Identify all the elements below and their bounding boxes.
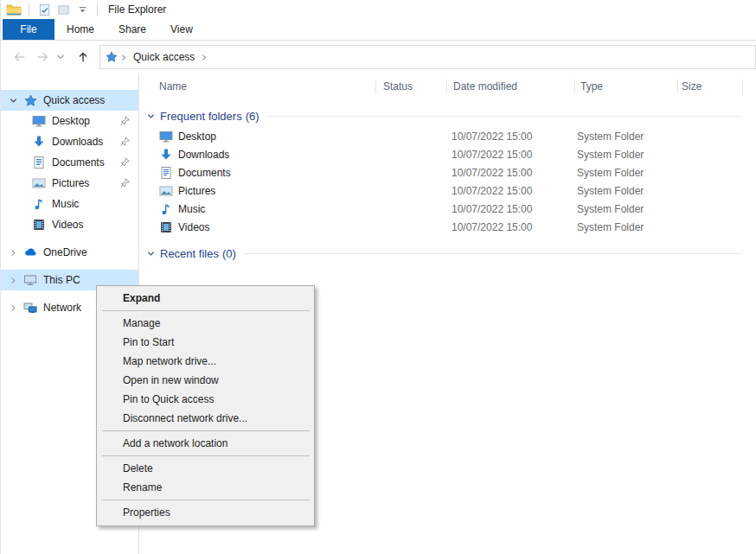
column-divider[interactable] [375,80,376,94]
file-name: Desktop [178,131,216,143]
quick-access-star-icon [23,93,37,107]
file-type: System Folder [577,149,644,161]
column-divider[interactable] [742,80,743,94]
videos-icon [32,218,46,232]
sidebar-item-label: OneDrive [43,246,87,258]
tab-home[interactable]: Home [54,19,106,40]
sidebar-item-desktop[interactable]: Desktop [1,111,138,131]
column-header-status[interactable]: Status [383,80,413,92]
desktop-icon [32,114,46,128]
file-row-videos[interactable]: Videos 10/07/2022 15:00 System Folder [140,219,756,237]
sidebar-item-videos[interactable]: Videos [1,214,138,235]
chevron-down-icon[interactable] [146,111,156,121]
column-header-type[interactable]: Type [580,80,603,92]
this-pc-icon [23,273,37,287]
group-header-line [245,253,741,254]
menu-item-rename[interactable]: Rename [97,478,314,497]
menu-item-pin-to-start[interactable]: Pin to Start [97,333,314,352]
window-title: File Explorer [108,3,166,16]
navigation-bar: Quick access [1,41,756,73]
group-title: Recent files [160,247,219,260]
file-explorer-window: File Explorer File Home Share View Quic [0,0,756,554]
menu-item-expand[interactable]: Expand [97,289,314,308]
chevron-right-icon[interactable] [7,276,19,285]
menu-item-add-a-network-location[interactable]: Add a network location [97,434,314,453]
sidebar-item-label: This PC [43,274,80,286]
file-name: Music [178,203,205,215]
menu-separator [102,430,310,431]
chevron-right-icon[interactable] [7,248,19,258]
chevron-right-icon[interactable] [7,303,19,313]
column-divider[interactable] [446,80,447,94]
sidebar-item-downloads[interactable]: Downloads [1,131,138,152]
onedrive-icon [23,245,37,259]
sidebar-item-label: Documents [52,156,105,169]
file-row-music[interactable]: Music 10/07/2022 15:00 System Folder [140,201,756,219]
customize-qat-arrow-icon[interactable] [74,2,90,17]
file-date-modified: 10/07/2022 15:00 [452,221,532,233]
pictures-icon [159,184,173,198]
column-header-size[interactable]: Size [682,80,702,92]
music-icon [32,197,46,211]
sidebar-item-label: Pictures [52,177,89,189]
breadcrumb-chevron-icon[interactable] [201,54,208,61]
new-folder-icon[interactable] [55,2,71,17]
up-icon[interactable] [74,50,93,64]
sidebar-item-label: Music [52,198,79,210]
file-row-downloads[interactable]: Downloads 10/07/2022 15:00 System Folder [140,146,756,164]
breadcrumb-chevron-icon[interactable] [120,54,127,61]
column-divider[interactable] [574,80,575,94]
chevron-down-icon[interactable] [7,96,19,105]
folder-logo-icon [6,2,22,17]
breadcrumb-location[interactable]: Quick access [133,51,195,63]
group-title: Frequent folders [160,110,242,123]
sidebar-item-pictures[interactable]: Pictures [1,173,138,194]
file-name: Pictures [178,185,215,197]
menu-item-open-in-new-window[interactable]: Open in new window [97,371,314,390]
column-header-date-modified[interactable]: Date modified [453,80,517,92]
quick-access-star-icon [106,51,118,63]
column-header-name[interactable]: Name [159,80,187,92]
file-name: Videos [178,221,209,233]
file-row-pictures[interactable]: Pictures 10/07/2022 15:00 System Folder [140,182,756,201]
menu-separator [102,455,310,456]
file-date-modified: 10/07/2022 15:00 [452,167,532,179]
documents-icon [159,166,173,180]
column-header-row: Name Status Date modified Type Size [140,73,756,99]
sidebar-item-label: Quick access [43,94,105,106]
chevron-down-icon[interactable] [146,249,156,258]
sidebar-item-onedrive[interactable]: OneDrive [1,242,138,263]
address-bar[interactable]: Quick access [99,45,756,69]
tab-file[interactable]: File [3,19,54,40]
tab-view[interactable]: View [158,19,205,40]
properties-icon[interactable] [36,2,52,17]
group-header-frequent-folders[interactable]: Frequent folders (6) [146,106,741,125]
file-row-documents[interactable]: Documents 10/07/2022 15:00 System Folder [140,164,756,182]
recent-locations-chevron-icon[interactable] [54,53,67,61]
menu-item-delete[interactable]: Delete [97,459,314,478]
documents-icon [32,156,46,169]
menu-item-disconnect-network-drive[interactable]: Disconnect network drive... [97,409,314,428]
file-name: Downloads [178,149,229,161]
tab-share[interactable]: Share [106,19,158,40]
sidebar-item-documents[interactable]: Documents [1,152,138,173]
pin-icon [119,177,131,189]
back-icon[interactable] [10,50,29,64]
file-row-desktop[interactable]: Desktop 10/07/2022 15:00 System Folder [140,128,756,146]
sidebar-item-quick-access[interactable]: Quick access [1,90,138,111]
menu-item-pin-to-quick-access[interactable]: Pin to Quick access [97,390,314,409]
menu-item-properties[interactable]: Properties [97,503,314,522]
column-divider[interactable] [677,80,678,94]
file-type: System Folder [577,131,644,143]
group-header-recent-files[interactable]: Recent files (0) [146,244,741,263]
forward-icon[interactable] [34,50,53,64]
file-type: System Folder [577,185,644,197]
menu-item-map-network-drive[interactable]: Map network drive... [97,352,314,371]
videos-icon [159,220,173,234]
menu-separator [102,310,310,311]
file-type: System Folder [577,221,644,233]
menu-item-manage[interactable]: Manage [97,314,314,333]
ribbon-tab-bar: File Home Share View [1,19,756,41]
sidebar-item-music[interactable]: Music [1,194,138,214]
pictures-icon [32,176,46,190]
